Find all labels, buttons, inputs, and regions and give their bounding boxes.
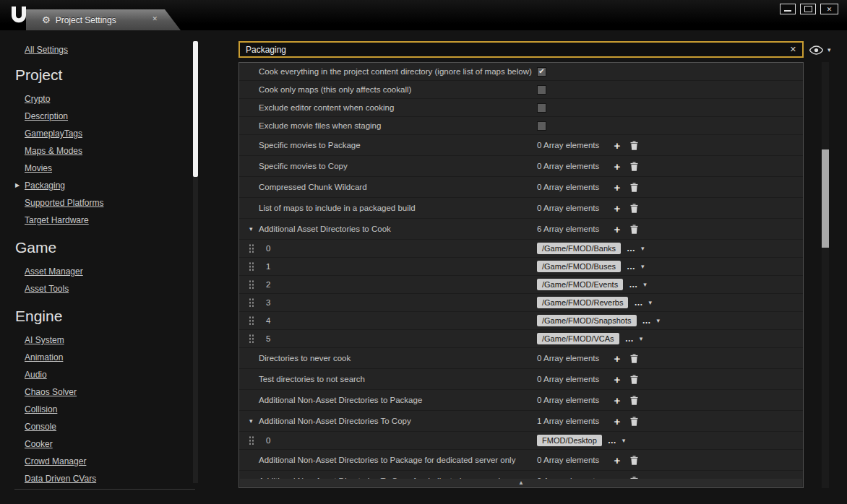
element-options-icon[interactable]: ▾	[641, 245, 645, 252]
browse-button[interactable]: …	[625, 334, 635, 344]
setting-label: Compressed Chunk Wildcard	[259, 183, 367, 191]
sidebar-item-console[interactable]: Console	[25, 418, 56, 435]
add-element-button[interactable]: +	[612, 202, 622, 214]
add-element-button[interactable]: +	[612, 160, 622, 173]
delete-elements-button[interactable]	[630, 354, 638, 363]
sidebar-item-crowd-manager[interactable]: Crowd Manager	[25, 453, 86, 470]
browse-button[interactable]: …	[642, 316, 652, 326]
setting-row-additional-non-asset-directories-to-package: Additional Non-Asset Directories to Pack…	[239, 390, 803, 411]
array-count-label: 0 Array elements	[537, 396, 612, 404]
sidebar-item-maps-modes[interactable]: Maps & Modes	[25, 142, 82, 160]
browse-button[interactable]: …	[608, 435, 617, 446]
path-value: /Game/FMOD/Banks	[537, 243, 621, 254]
gear-icon: ⚙	[42, 14, 51, 25]
sidebar-item-label: AI System	[25, 335, 64, 345]
sidebar-item-asset-tools[interactable]: Asset Tools	[25, 280, 69, 297]
browse-button[interactable]: …	[634, 297, 643, 308]
element-options-icon[interactable]: ▾	[657, 317, 661, 324]
delete-elements-button[interactable]	[630, 141, 638, 150]
delete-elements-button[interactable]	[630, 183, 638, 192]
sidebar-item-cooker[interactable]: Cooker	[25, 435, 53, 453]
drag-handle-icon[interactable]	[249, 244, 254, 253]
drag-handle-icon[interactable]	[249, 334, 254, 344]
sidebar-item-label: Cooker	[25, 439, 53, 449]
maximize-button[interactable]	[800, 4, 816, 14]
delete-elements-button[interactable]	[630, 375, 638, 384]
sidebar-item-data-driven-cvars[interactable]: Data Driven CVars	[25, 470, 96, 487]
sidebar-item-ai-system[interactable]: AI System	[25, 331, 64, 349]
sidebar-item-packaging[interactable]: ▶Packaging	[25, 177, 65, 194]
close-button[interactable]: ✕	[820, 4, 838, 14]
sidebar-item-label: Crowd Manager	[25, 456, 86, 466]
sidebar-item-movies[interactable]: Movies	[25, 160, 52, 177]
path-value: /Game/FMOD/Snapshots	[537, 315, 637, 326]
checkbox[interactable]	[537, 103, 546, 113]
element-index: 0	[266, 244, 270, 253]
sidebar-item-chaos-solver[interactable]: Chaos Solver	[25, 383, 77, 401]
sidebar-item-asset-manager[interactable]: Asset Manager	[25, 263, 83, 280]
element-options-icon[interactable]: ▾	[641, 263, 645, 270]
element-index: 5	[266, 334, 270, 343]
setting-value: 0 Array elements+	[537, 135, 638, 155]
add-element-button[interactable]: +	[612, 454, 622, 466]
sidebar-item-collision[interactable]: Collision	[25, 401, 57, 418]
sidebar-item-crypto[interactable]: Crypto	[25, 90, 50, 108]
delete-elements-button[interactable]	[630, 456, 638, 465]
collapse-arrow[interactable]: ▲	[240, 479, 802, 487]
sidebar-item-audio[interactable]: Audio	[25, 366, 47, 383]
add-element-button[interactable]: +	[612, 139, 622, 152]
delete-elements-button[interactable]	[630, 162, 638, 171]
delete-elements-button[interactable]	[630, 225, 638, 234]
element-options-icon[interactable]: ▾	[648, 299, 652, 306]
checkbox[interactable]	[537, 85, 546, 95]
setting-label: Exclude editor content when cooking	[259, 103, 394, 112]
element-options-icon[interactable]: ▾	[643, 281, 647, 288]
sidebar-scrollbar-thumb[interactable]	[193, 41, 198, 177]
setting-value	[537, 117, 546, 134]
view-options-button[interactable]: ▾	[809, 43, 831, 57]
add-element-button[interactable]: +	[612, 352, 622, 365]
tab-project-settings[interactable]: ⚙ Project Settings ✕	[26, 9, 181, 30]
add-element-button[interactable]: +	[612, 415, 622, 427]
sidebar-item-animation[interactable]: Animation	[25, 349, 63, 366]
path-value: /Game/FMOD/Reverbs	[537, 297, 628, 308]
drag-handle-icon[interactable]	[249, 262, 254, 271]
search-input[interactable]: Packaging	[246, 45, 790, 55]
drag-handle-icon[interactable]	[249, 280, 254, 290]
setting-row-cook-only-maps-this-only-affects-cookall: Cook only maps (this only affects cookal…	[239, 81, 803, 99]
drag-handle-icon[interactable]	[249, 316, 254, 326]
add-element-button[interactable]: +	[612, 223, 622, 235]
setting-label: Additional Non-Asset Directories To Copy	[259, 417, 411, 425]
element-options-icon[interactable]: ▾	[622, 437, 626, 444]
sidebar-item-description[interactable]: Description	[25, 108, 68, 125]
browse-button[interactable]: …	[627, 243, 636, 253]
add-element-button[interactable]: +	[612, 394, 622, 407]
browse-button[interactable]: …	[629, 279, 638, 290]
browse-button[interactable]: …	[627, 261, 636, 271]
sidebar-item-target-hardware[interactable]: Target Hardware	[25, 212, 89, 229]
checkbox[interactable]	[537, 121, 546, 131]
sidebar-item-gameplaytags[interactable]: GameplayTags	[25, 125, 82, 142]
drag-handle-icon[interactable]	[249, 298, 254, 308]
add-element-button[interactable]: +	[612, 373, 622, 386]
sidebar-sections: ProjectCryptoDescriptionGameplayTagsMaps…	[14, 66, 208, 487]
sidebar-item-all-settings[interactable]: All Settings	[25, 45, 68, 55]
delete-elements-button[interactable]	[630, 417, 638, 426]
clear-search-icon[interactable]: ✕	[790, 45, 796, 54]
settings-scrollbar-track[interactable]	[822, 62, 829, 488]
tab-close-icon[interactable]: ✕	[152, 15, 158, 22]
delete-elements-button[interactable]	[630, 396, 638, 405]
delete-elements-button[interactable]	[630, 204, 638, 213]
sidebar-item-label: Asset Manager	[25, 266, 83, 277]
search-box[interactable]: Packaging ✕	[238, 41, 804, 58]
element-options-icon[interactable]: ▾	[640, 335, 643, 342]
element-index: 0	[266, 436, 270, 445]
settings-scrollbar-thumb[interactable]	[822, 149, 829, 248]
add-element-button[interactable]: +	[612, 181, 622, 194]
sidebar-item-supported-platforms[interactable]: Supported Platforms	[25, 194, 103, 212]
drag-handle-icon[interactable]	[249, 436, 254, 446]
expander-icon[interactable]: ▾	[249, 417, 253, 425]
minimize-button[interactable]	[780, 4, 796, 14]
checkbox[interactable]: ✔	[537, 67, 546, 77]
expander-icon[interactable]: ▾	[249, 225, 253, 233]
